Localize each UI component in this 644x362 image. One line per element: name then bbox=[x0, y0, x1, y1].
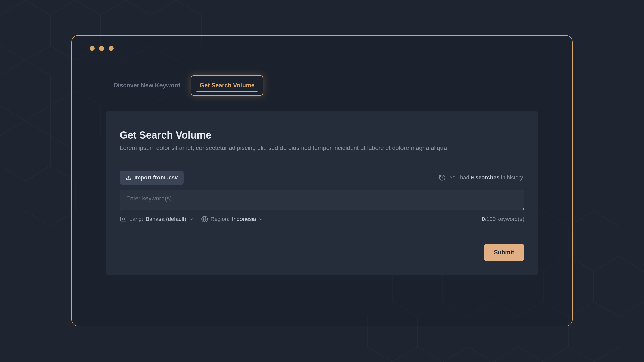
history-searches-link[interactable]: 9 searches bbox=[471, 174, 500, 181]
globe-icon bbox=[201, 216, 208, 223]
history-info: You had 9 searches in history. bbox=[439, 174, 524, 181]
tab-discover-new-keyword[interactable]: Discover New Keyword bbox=[106, 75, 188, 96]
submit-row: Submit bbox=[120, 244, 524, 261]
history-prefix: You had bbox=[449, 174, 471, 181]
history-suffix: in history. bbox=[499, 174, 524, 181]
chevron-down-icon bbox=[259, 217, 263, 221]
app-window: Discover New Keyword Get Search Volume G… bbox=[71, 35, 573, 326]
search-volume-card: Get Search Volume Lorem ipsum dolor sit … bbox=[106, 111, 538, 275]
content-area: Discover New Keyword Get Search Volume G… bbox=[72, 61, 572, 275]
count-sep: /100 bbox=[485, 216, 497, 222]
titlebar bbox=[72, 36, 572, 61]
upload-icon bbox=[126, 175, 131, 180]
svg-rect-1 bbox=[121, 217, 126, 221]
count-current: 0 bbox=[482, 216, 485, 222]
tabs: Discover New Keyword Get Search Volume bbox=[106, 75, 538, 96]
count-suffix: keyword(s) bbox=[497, 216, 524, 222]
keyword-count: 0/100 keyword(s) bbox=[482, 216, 524, 222]
submit-button[interactable]: Submit bbox=[484, 244, 524, 261]
minimize-window-button[interactable] bbox=[99, 46, 104, 51]
region-selector[interactable]: Region: Indonesia bbox=[201, 216, 263, 223]
toolbar-row: Import from .csv You had 9 searches in h… bbox=[120, 171, 524, 185]
history-icon bbox=[439, 174, 446, 181]
meta-left: Lang: Bahasa (default) Region: bbox=[120, 216, 263, 223]
meta-row: Lang: Bahasa (default) Region: bbox=[120, 216, 524, 223]
maximize-window-button[interactable] bbox=[109, 46, 114, 51]
chevron-down-icon bbox=[189, 217, 193, 221]
tab-get-search-volume[interactable]: Get Search Volume bbox=[191, 75, 263, 96]
lang-value: Bahasa (default) bbox=[146, 216, 186, 222]
card-subtitle: Lorem ipsum dolor sit amet, consectetur … bbox=[120, 144, 524, 151]
card-title: Get Search Volume bbox=[120, 129, 524, 141]
traffic-lights bbox=[90, 46, 114, 51]
language-selector[interactable]: Lang: Bahasa (default) bbox=[120, 216, 193, 223]
keyword-input-wrap bbox=[120, 190, 524, 211]
region-label: Region: bbox=[211, 216, 230, 222]
lang-label: Lang: bbox=[129, 216, 143, 222]
language-icon bbox=[120, 216, 127, 223]
keyword-input[interactable] bbox=[120, 190, 524, 210]
import-csv-label: Import from .csv bbox=[134, 174, 178, 181]
close-window-button[interactable] bbox=[90, 46, 95, 51]
import-csv-button[interactable]: Import from .csv bbox=[120, 171, 184, 185]
region-value: Indonesia bbox=[232, 216, 256, 222]
